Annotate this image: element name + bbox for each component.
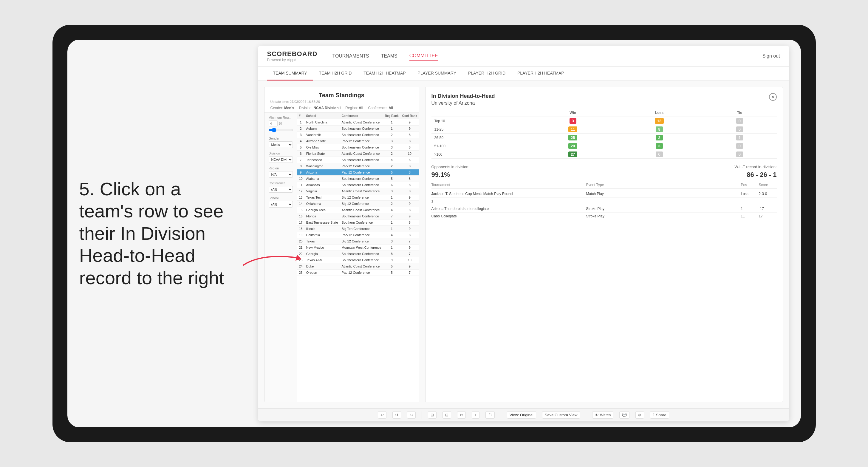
team-conference: Southeastern Conference xyxy=(340,182,383,188)
cut-button[interactable]: ✂ xyxy=(457,411,466,419)
device-screen: 5. Click on a team's row to see their In… xyxy=(67,40,801,427)
share-plus-button[interactable]: ⊕ xyxy=(636,411,644,419)
team-school: Arkansas xyxy=(305,182,340,188)
table-row[interactable]: 8 Washington Pac-12 Conference 2 8 23 1 xyxy=(297,163,419,169)
table-row[interactable]: 20 Texas Big 12 Conference 3 7 20 3 xyxy=(297,238,419,245)
team-conference: Pac-12 Conference xyxy=(340,169,383,176)
team-reg-rank: 2 xyxy=(383,132,400,138)
conference-select[interactable]: (All) xyxy=(269,186,293,193)
team-conf-rank: 9 xyxy=(400,201,419,207)
subnav-player-summary[interactable]: PLAYER SUMMARY xyxy=(412,66,462,81)
team-rank: 8 xyxy=(297,163,305,169)
team-school: Arizona xyxy=(305,169,340,176)
sub-nav: TEAM SUMMARY TEAM H2H GRID TEAM H2H HEAT… xyxy=(258,66,789,81)
col-school: School xyxy=(305,113,340,119)
table-row[interactable]: 10 Alabama Southeastern Conference 5 8 2… xyxy=(297,176,419,182)
team-reg-rank: 1 xyxy=(383,219,400,226)
team-conf-rank: 6 xyxy=(400,144,419,151)
view-original-button[interactable]: View: Original xyxy=(507,411,536,419)
h2h-col-win: Win xyxy=(530,109,616,117)
tourney-score: -17 xyxy=(759,207,777,211)
team-school: California xyxy=(305,232,340,238)
min-rounds-slider[interactable] xyxy=(269,128,293,132)
table-row[interactable]: 25 Oregon Pac-12 Conference 5 7 21 0 xyxy=(297,270,419,276)
h2h-table: Win Loss Tie Top 10 3 13 0 xyxy=(431,109,777,159)
gender-select[interactable]: Men's Women's xyxy=(269,142,293,148)
table-row[interactable]: 24 Duke Atlantic Coast Conference 5 9 27… xyxy=(297,263,419,270)
sign-out-link[interactable]: Sign out xyxy=(763,53,780,59)
table-row[interactable]: 13 Texas Tech Big 12 Conference 1 9 27 2 xyxy=(297,194,419,201)
table-row[interactable]: 21 New Mexico Mountain West Conference 1… xyxy=(297,245,419,251)
subnav-player-h2h-grid[interactable]: PLAYER H2H GRID xyxy=(462,66,512,81)
table-row[interactable]: 16 Florida Southeastern Conference 7 9 2… xyxy=(297,213,419,219)
remove-button[interactable]: ⊟ xyxy=(442,411,451,419)
subnav-team-h2h-heatmap[interactable]: TEAM H2H HEATMAP xyxy=(358,66,411,81)
team-conf-rank: 7 xyxy=(400,251,419,257)
subnav-team-summary[interactable]: TEAM SUMMARY xyxy=(267,66,313,81)
team-conf-rank: 9 xyxy=(400,226,419,232)
redo-button[interactable]: ↪ xyxy=(407,411,416,419)
table-row[interactable]: 23 Texas A&M Southeastern Conference 9 1… xyxy=(297,257,419,263)
save-custom-view-button[interactable]: Save Custom View xyxy=(542,411,580,419)
team-rank: 4 xyxy=(297,138,305,144)
subnav-player-h2h-heatmap[interactable]: PLAYER H2H HEATMAP xyxy=(512,66,570,81)
team-rank: 3 xyxy=(297,132,305,138)
filter-group-min-rounds: Minimum Rou... 20 xyxy=(269,116,293,133)
table-row[interactable]: 2 Auburn Southeastern Conference 1 9 27 … xyxy=(297,126,419,132)
team-reg-rank: 5 xyxy=(383,169,400,176)
school-select[interactable]: (All) xyxy=(269,201,293,208)
table-row[interactable]: 11 Arkansas Southeastern Conference 6 8 … xyxy=(297,182,419,188)
subnav-team-h2h-grid[interactable]: TEAM H2H GRID xyxy=(313,66,358,81)
team-rank: 14 xyxy=(297,201,305,207)
team-school: Vanderbilt xyxy=(305,132,340,138)
h2h-close-button[interactable]: ✕ xyxy=(769,93,777,101)
team-conf-rank: 8 xyxy=(400,132,419,138)
team-conference: Southeastern Conference xyxy=(340,144,383,151)
table-row[interactable]: 18 Illinois Big Ten Conference 1 9 23 3 xyxy=(297,226,419,232)
team-conference: Pac-12 Conference xyxy=(340,270,383,276)
table-row[interactable]: 5 Ole Miss Southeastern Conference 3 6 1… xyxy=(297,144,419,151)
annotation-text: 5. Click on a team's row to see their In… xyxy=(79,178,228,289)
add-button[interactable]: ⊞ xyxy=(428,411,437,419)
team-school: Illinois xyxy=(305,226,340,232)
list-item[interactable]: 1 xyxy=(431,198,777,205)
undo-button[interactable]: ↩ xyxy=(378,411,386,419)
table-row[interactable]: 9 Arizona Pac-12 Conference 5 8 23 3 xyxy=(297,169,419,176)
time-button[interactable]: ⏱ xyxy=(486,411,495,419)
region-select[interactable]: N/A All xyxy=(269,171,293,178)
table-row[interactable]: 22 Georgia Southeastern Conference 8 7 2… xyxy=(297,251,419,257)
table-row[interactable]: 12 Virginia Atlantic Coast Conference 3 … xyxy=(297,188,419,194)
comment-button[interactable]: 💬 xyxy=(619,411,629,419)
table-row[interactable]: 1 North Carolina Atlantic Coast Conferen… xyxy=(297,119,419,126)
table-row[interactable]: 6 Florida State Atlantic Coast Conferenc… xyxy=(297,151,419,157)
nav-tournaments[interactable]: TOURNAMENTS xyxy=(332,52,369,60)
table-row[interactable]: 7 Tennessee Southeastern Conference 4 6 … xyxy=(297,157,419,163)
table-row[interactable]: 14 Oklahoma Big 12 Conference 2 9 26 2 xyxy=(297,201,419,207)
division-select[interactable]: NCAA Division I NCAA Division II NCAA Di… xyxy=(269,156,293,163)
table-row[interactable]: 15 Georgia Tech Atlantic Coast Conferenc… xyxy=(297,207,419,213)
team-school: Oklahoma xyxy=(305,201,340,207)
plus-button[interactable]: + xyxy=(472,411,479,419)
tourney-pos: 11 xyxy=(741,214,759,218)
list-item[interactable]: Cabo Collegiate Stroke Play 11 17 xyxy=(431,213,777,220)
table-row[interactable]: 4 Arizona State Pac-12 Conference 3 8 26… xyxy=(297,138,419,144)
table-row[interactable]: 17 East Tennessee State Southern Confere… xyxy=(297,219,419,226)
team-reg-rank: 1 xyxy=(383,245,400,251)
standings-header: Team Standings Update time: 27/03/2024 1… xyxy=(265,87,419,113)
table-row[interactable]: 19 California Pac-12 Conference 4 8 24 2 xyxy=(297,232,419,238)
filter-region: Region: All xyxy=(345,106,363,110)
team-reg-rank: 5 xyxy=(383,176,400,182)
list-item[interactable]: Jackson T. Stephens Cup Men's Match-Play… xyxy=(431,190,777,198)
table-row[interactable]: 3 Vanderbilt Southeastern Conference 2 8… xyxy=(297,132,419,138)
min-rounds-input[interactable] xyxy=(269,121,278,126)
tourney-name: Jackson T. Stephens Cup Men's Match-Play… xyxy=(431,192,586,196)
team-school: Virginia xyxy=(305,188,340,194)
nav-teams[interactable]: TEAMS xyxy=(381,52,398,60)
nav-committee[interactable]: COMMITTEE xyxy=(409,52,438,61)
tourney-pos: Loss xyxy=(741,192,759,196)
share-button[interactable]: ⤴ Share xyxy=(650,411,669,419)
list-item[interactable]: Arizona Thunderbirds Intercollegiate Str… xyxy=(431,205,777,213)
reset-button[interactable]: ↺ xyxy=(393,411,401,419)
watch-button[interactable]: 👁 Watch xyxy=(592,411,613,419)
team-rank: 6 xyxy=(297,151,305,157)
